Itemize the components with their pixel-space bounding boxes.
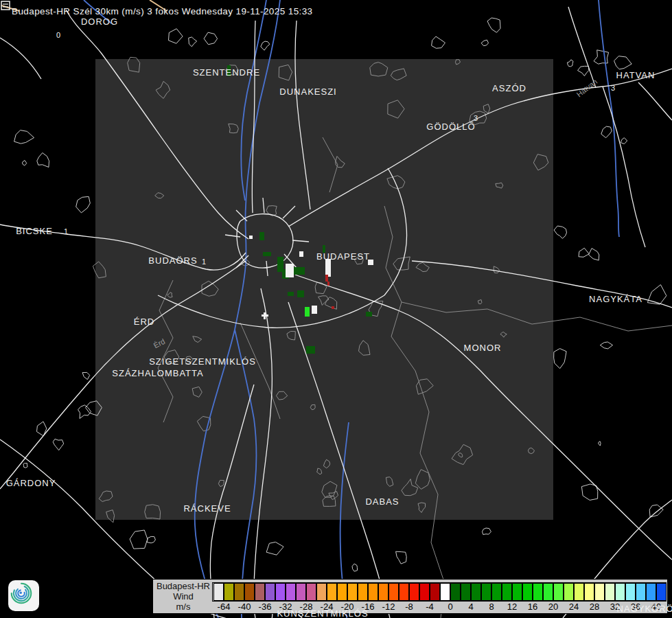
legend-color-cell xyxy=(594,583,605,601)
road-number-label: 3 xyxy=(611,84,615,92)
legend-tick-value: -12 xyxy=(382,602,395,612)
city-label: DABAS xyxy=(365,496,399,507)
legend-color-cell xyxy=(605,583,615,601)
city-label: KUNSZENTMIKLÓS xyxy=(277,608,368,618)
legend-field-label: Wind xyxy=(153,591,213,602)
city-label: BUDAÖRS xyxy=(148,255,197,266)
wind-echo xyxy=(305,307,310,317)
legend-color-cell xyxy=(553,583,564,601)
legend-units-label: m/s xyxy=(153,602,213,612)
city-label: DOROG xyxy=(81,16,118,27)
wind-echo xyxy=(366,312,372,317)
legend-color-cell xyxy=(419,583,430,601)
wind-echo xyxy=(293,267,305,275)
city-label: NAGYKÁTA xyxy=(589,294,642,304)
legend-tick-value: -64 xyxy=(218,602,231,612)
legend-color-cell xyxy=(358,583,368,601)
legend-tick-value: 12 xyxy=(507,602,517,612)
city-label: RÁCKEVE xyxy=(183,503,231,514)
legend-color-cell xyxy=(471,583,481,601)
legend-color-cell xyxy=(306,583,316,601)
city-label: SZENTENDRE xyxy=(193,67,260,78)
legend-tick-value: 0 xyxy=(448,602,452,612)
road-number-label: 0 xyxy=(56,31,60,39)
wind-echo xyxy=(312,306,317,314)
city-label: NAGYKŐRÖS xyxy=(617,604,672,614)
city-label: GÖDÖLLŐ xyxy=(426,122,475,132)
legend-tick-value: 28 xyxy=(590,602,599,612)
wind-echo xyxy=(249,236,253,239)
legend-color-cell xyxy=(347,583,358,601)
legend-color-cell xyxy=(656,583,667,601)
city-label: MONOR xyxy=(464,343,502,353)
title-icon xyxy=(0,0,12,11)
legend-tick-value: 4 xyxy=(468,602,473,612)
legend-color-cell xyxy=(286,583,296,601)
wind-echo xyxy=(288,292,294,296)
legend-tick-value: -36 xyxy=(259,602,272,612)
legend-tick-value: 8 xyxy=(489,602,494,612)
city-label: BUDAPEST xyxy=(316,251,370,262)
legend-color-cell xyxy=(296,583,306,601)
wind-echo xyxy=(327,282,329,286)
legend-color-cell xyxy=(502,583,512,601)
legend-color-cell xyxy=(564,583,574,601)
legend-color-cell xyxy=(430,583,440,601)
legend-color-cell xyxy=(213,583,224,601)
legend-color-cell xyxy=(440,583,450,601)
wind-echo xyxy=(263,252,271,256)
city-label: DUNAKESZI xyxy=(279,87,336,97)
legend-color-cell xyxy=(646,583,656,601)
wind-echo xyxy=(325,259,331,277)
legend-color-cell xyxy=(522,583,533,601)
page-title: Budapest-HR Szél 30km (m/s) 3 fokos Wedn… xyxy=(12,6,313,16)
wind-echo xyxy=(297,290,304,297)
legend-color-cell xyxy=(491,583,502,601)
legend-color-cell xyxy=(389,583,399,601)
radar-coverage-box xyxy=(95,59,553,520)
legend-color-cell xyxy=(337,583,347,601)
legend-color-cell xyxy=(481,583,491,601)
city-label: BICSKE xyxy=(16,226,53,236)
wind-echo xyxy=(332,306,334,309)
legend-color-cell xyxy=(265,583,275,601)
legend-caption: Budapest-HR Wind m/s xyxy=(153,581,213,612)
city-label: GÁRDONY xyxy=(6,478,56,488)
wind-echo xyxy=(325,275,328,282)
legend-color-cell xyxy=(512,583,522,601)
legend-color-cell xyxy=(255,583,265,601)
legend-color-cell xyxy=(399,583,409,601)
legend-tick-value: -40 xyxy=(238,602,251,612)
city-label: SZÁZHALOMBATTA xyxy=(112,368,203,378)
legend-color-cell xyxy=(378,583,389,601)
legend-tick-value: 20 xyxy=(548,602,558,612)
legend-color-cell xyxy=(461,583,471,601)
legend-color-cell xyxy=(584,583,594,601)
legend-color-cell xyxy=(615,583,625,601)
legend-color-cell xyxy=(450,583,461,601)
legend-color-cell xyxy=(327,583,337,601)
wind-echo xyxy=(259,232,264,240)
city-label: SZIGETSZENTMIKLÓS xyxy=(149,356,256,367)
legend-color-cell xyxy=(533,583,543,601)
legend-tick-value: -8 xyxy=(405,602,413,612)
weather-app-logo xyxy=(8,580,39,611)
wind-echo xyxy=(299,251,303,257)
legend-color-cell xyxy=(636,583,646,601)
wind-spiral-icon xyxy=(8,580,34,606)
legend-color-cell xyxy=(625,583,636,601)
radar-map-viewport[interactable]: Budapest-HR Szél 30km (m/s) 3 fokos Wedn… xyxy=(0,0,672,618)
legend-color-cell xyxy=(574,583,584,601)
legend-tick-value: -4 xyxy=(426,602,434,612)
legend-tick-value: 16 xyxy=(528,602,537,612)
legend-color-cell xyxy=(224,583,234,601)
wind-echo xyxy=(286,264,294,277)
legend-color-cell xyxy=(409,583,419,601)
legend-color-cell xyxy=(244,583,255,601)
road-number-label: 1 xyxy=(64,227,68,236)
legend-source-label: Budapest-HR xyxy=(153,581,213,591)
legend-tick-value: 24 xyxy=(569,602,579,612)
wind-echo xyxy=(264,312,266,319)
city-label: ÉRD xyxy=(134,317,154,327)
city-label: HATVAN xyxy=(616,70,656,80)
